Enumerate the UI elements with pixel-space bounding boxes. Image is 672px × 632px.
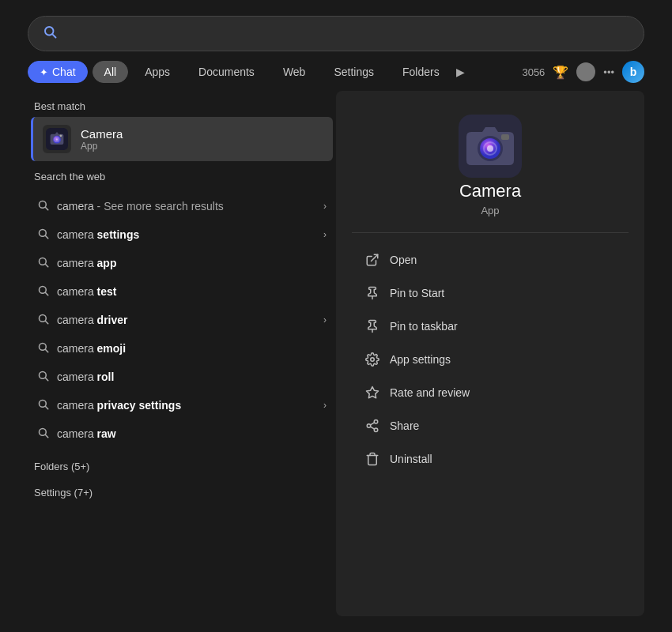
web-item-text-1: camera - See more search results (57, 200, 323, 213)
search-icon-1 (37, 199, 49, 213)
web-item-text-8: camera privacy settings (57, 399, 323, 412)
svg-line-18 (45, 349, 47, 352)
action-open[interactable]: Open (352, 244, 629, 276)
web-item-3[interactable]: camera app (28, 249, 336, 277)
svg-point-34 (371, 358, 375, 362)
more-options-button[interactable]: ••• (603, 66, 614, 78)
svg-line-14 (45, 292, 47, 295)
web-item-9[interactable]: camera raw (28, 419, 336, 448)
search-icon-5 (37, 313, 49, 327)
tab-apps[interactable]: Apps (133, 61, 182, 83)
action-uninstall[interactable]: Uninstall (352, 443, 629, 475)
web-search-title: Search the web (34, 171, 336, 182)
svg-line-10 (45, 235, 47, 238)
web-item-5[interactable]: camera driver › (28, 306, 336, 334)
action-share[interactable]: Share (352, 410, 629, 442)
app-name-large: Camera (459, 181, 521, 201)
count-badge-area: 3056 🏆 ••• b (522, 61, 644, 83)
tab-documents[interactable]: Documents (187, 61, 266, 83)
tab-settings[interactable]: Settings (322, 61, 386, 83)
action-pin-start[interactable]: Pin to Start (352, 277, 629, 309)
svg-point-5 (56, 138, 59, 141)
best-match-item[interactable]: Camera App (31, 117, 333, 161)
svg-rect-30 (501, 134, 509, 140)
svg-line-8 (45, 207, 47, 209)
action-rate[interactable]: Rate and review (352, 377, 629, 408)
web-item-text-4: camera test (57, 285, 327, 298)
action-app-settings[interactable]: App settings (352, 344, 629, 375)
divider (352, 232, 629, 233)
camera-app-icon-small (43, 125, 71, 153)
more-tabs-button[interactable]: ▶ (456, 66, 465, 78)
svg-point-29 (487, 145, 493, 152)
tab-chat[interactable]: ✦ Chat (28, 61, 88, 83)
best-match-item-text: Camera App (81, 127, 123, 152)
web-item-text-9: camera raw (57, 427, 327, 440)
bing-copilot-button[interactable]: b (622, 61, 644, 83)
pin-start-icon (364, 285, 380, 301)
web-item-8[interactable]: camera privacy settings › (28, 391, 336, 419)
action-app-settings-label: App settings (390, 353, 451, 366)
web-item-1[interactable]: camera - See more search results › (28, 192, 336, 220)
best-match-item-sub: App (81, 141, 123, 152)
open-icon (364, 252, 380, 268)
action-share-label: Share (390, 419, 419, 432)
web-item-2[interactable]: camera settings › (28, 220, 336, 249)
search-bar: camera (28, 16, 644, 51)
avatar (576, 62, 595, 81)
search-icon-3 (37, 256, 49, 270)
action-pin-taskbar[interactable]: Pin to taskbar (352, 310, 629, 342)
search-icon-2 (37, 228, 49, 242)
filter-bar: ✦ Chat All Apps Documents Web Settings F… (28, 61, 644, 83)
search-icon (43, 24, 57, 43)
action-rate-label: Rate and review (390, 386, 470, 399)
web-item-6[interactable]: camera emoji (28, 334, 336, 363)
trophy-icon: 🏆 (553, 65, 568, 80)
tab-folders[interactable]: Folders (391, 61, 451, 83)
app-type-label: App (481, 205, 499, 216)
search-icon-9 (37, 427, 49, 441)
web-item-arrow-1: › (323, 201, 327, 212)
svg-point-6 (60, 134, 62, 137)
search-icon-4 (37, 284, 49, 299)
bing-b-icon: ✦ (40, 66, 48, 78)
svg-line-16 (45, 321, 47, 323)
action-pin-taskbar-label: Pin to taskbar (390, 320, 458, 333)
star-icon (364, 385, 380, 401)
svg-line-31 (372, 254, 378, 261)
tab-web[interactable]: Web (271, 61, 318, 83)
settings-section: Settings (7+) (28, 480, 336, 500)
web-item-text-6: camera emoji (57, 342, 327, 355)
svg-line-22 (45, 406, 47, 408)
web-item-text-7: camera roll (57, 371, 327, 383)
pin-taskbar-icon (364, 318, 380, 334)
search-icon-6 (37, 341, 49, 356)
share-icon (364, 418, 380, 434)
tab-all[interactable]: All (92, 61, 129, 83)
search-icon-7 (37, 370, 49, 384)
svg-line-12 (45, 264, 47, 266)
settings-section-title: Settings (7+) (34, 487, 330, 498)
trash-icon (364, 451, 380, 467)
svg-line-1 (52, 34, 55, 37)
camera-app-icon-large (459, 115, 522, 181)
right-panel: Camera App Open (336, 91, 644, 616)
web-item-7[interactable]: camera roll (28, 363, 336, 391)
svg-marker-35 (367, 387, 379, 398)
folders-section-title[interactable]: Folders (5+) (34, 461, 330, 472)
web-item-arrow-5: › (323, 314, 327, 325)
left-panel: Best match (28, 91, 336, 616)
web-item-text-3: camera app (57, 257, 327, 269)
web-item-4[interactable]: camera test (28, 277, 336, 306)
best-match-title: Best match (34, 100, 336, 112)
action-pin-start-label: Pin to Start (390, 287, 444, 299)
svg-line-20 (45, 378, 47, 380)
search-input[interactable]: camera (65, 27, 629, 41)
web-search-items: camera - See more search results › camer… (28, 192, 336, 448)
svg-line-24 (45, 434, 47, 437)
web-item-arrow-8: › (323, 400, 327, 411)
svg-line-40 (370, 423, 374, 425)
web-item-text-2: camera settings (57, 228, 323, 241)
main-content: Best match (28, 91, 644, 616)
result-count: 3056 (522, 66, 545, 78)
